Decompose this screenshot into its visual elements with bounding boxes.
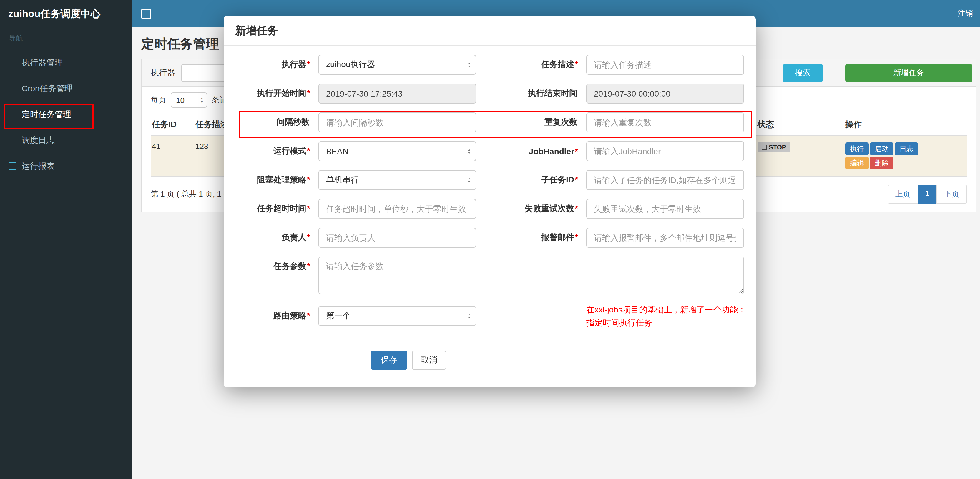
route-strategy-select-value: 第一个 bbox=[326, 311, 351, 321]
run-mode-select-value: BEAN bbox=[326, 146, 348, 156]
add-job-button[interactable]: 新增任务 bbox=[845, 64, 972, 81]
required-star: * bbox=[575, 232, 578, 242]
sidebar-item-label: Cron任务管理 bbox=[22, 83, 73, 94]
form-row-job-param: 任务参数* bbox=[235, 256, 744, 294]
start-button[interactable]: 启动 bbox=[870, 142, 894, 155]
form-row-interval-repeat: 间隔秒数 重复次数 bbox=[235, 112, 744, 132]
label-text: 任务参数 bbox=[274, 261, 306, 271]
edit-button[interactable]: 编辑 bbox=[845, 156, 869, 169]
label-text: JobHandler bbox=[529, 146, 574, 156]
child-jobid-input[interactable] bbox=[586, 170, 744, 190]
header-job-id: 任务ID bbox=[151, 115, 194, 135]
job-desc-label: 任务描述* bbox=[480, 59, 583, 70]
repeat-count-input[interactable] bbox=[586, 112, 744, 132]
required-star: * bbox=[307, 232, 310, 242]
per-page-prefix: 每页 bbox=[151, 95, 166, 105]
search-button[interactable]: 搜索 bbox=[783, 64, 823, 81]
square-icon bbox=[9, 84, 16, 92]
per-page-select[interactable]: 10 ▲▼ bbox=[171, 92, 207, 108]
required-star: * bbox=[307, 88, 310, 98]
required-star: * bbox=[307, 146, 310, 155]
run-mode-label: 运行模式* bbox=[235, 146, 315, 156]
label-text: 间隔秒数 bbox=[277, 117, 310, 127]
prev-page-button[interactable]: 上页 bbox=[888, 185, 918, 204]
sidebar-item-executor-manage[interactable]: 执行器管理 bbox=[0, 49, 132, 75]
form-row-block-childid: 阻塞处理策略* 单机串行 ▲▼ 子任务ID* bbox=[235, 170, 744, 190]
executor-select[interactable]: zuihou执行器 ▲▼ bbox=[318, 55, 476, 75]
square-icon bbox=[9, 59, 16, 66]
sidebar-item-cron-jobs[interactable]: Cron任务管理 bbox=[0, 75, 132, 101]
label-text: 任务超时时间 bbox=[257, 204, 306, 213]
run-mode-select[interactable]: BEAN ▲▼ bbox=[318, 141, 476, 161]
route-strategy-select[interactable]: 第一个 ▲▼ bbox=[318, 306, 476, 326]
block-strategy-label: 阻塞处理策略* bbox=[235, 175, 315, 185]
cancel-button[interactable]: 取消 bbox=[412, 351, 446, 369]
alarm-email-label: 报警邮件* bbox=[480, 232, 583, 243]
alarm-email-input[interactable] bbox=[586, 228, 744, 248]
label-text: 路由策略 bbox=[274, 311, 306, 320]
job-desc-input[interactable] bbox=[586, 55, 744, 75]
owner-label: 负责人* bbox=[235, 232, 315, 243]
timeout-input[interactable] bbox=[318, 199, 476, 219]
owner-input[interactable] bbox=[318, 228, 476, 248]
next-page-button[interactable]: 下页 bbox=[937, 185, 967, 204]
required-star: * bbox=[307, 204, 310, 213]
retry-count-input[interactable] bbox=[586, 199, 744, 219]
block-strategy-select-value: 单机串行 bbox=[326, 175, 359, 185]
required-star: * bbox=[575, 59, 578, 69]
sidebar-toggle-icon[interactable] bbox=[141, 8, 151, 19]
jobhandler-input[interactable] bbox=[586, 141, 744, 161]
required-star: * bbox=[307, 59, 310, 69]
timeout-label: 任务超时时间* bbox=[235, 204, 315, 214]
sidebar-item-run-report[interactable]: 运行报表 bbox=[0, 153, 132, 179]
select-caret-icon: ▲▼ bbox=[467, 61, 471, 68]
interval-seconds-input[interactable] bbox=[318, 112, 476, 132]
log-button[interactable]: 日志 bbox=[895, 142, 918, 155]
end-time-label: 执行结束时间 bbox=[480, 88, 583, 99]
label-text: 失败重试次数 bbox=[525, 204, 574, 213]
sidebar-item-label: 定时任务管理 bbox=[22, 109, 71, 119]
current-page-button[interactable]: 1 bbox=[918, 185, 937, 204]
delete-button[interactable]: 删除 bbox=[870, 156, 894, 169]
brand-title[interactable]: zuihou任务调度中心 bbox=[0, 0, 132, 27]
cell-job-id: 41 bbox=[151, 136, 194, 176]
logout-link[interactable]: 注销 bbox=[958, 8, 973, 19]
label-text: 阻塞处理策略 bbox=[257, 175, 306, 184]
sidebar-item-timed-jobs[interactable]: 定时任务管理 bbox=[0, 101, 132, 127]
run-button[interactable]: 执行 bbox=[845, 142, 869, 155]
form-row-owner-email: 负责人* 报警邮件* bbox=[235, 228, 744, 248]
label-text: 执行结束时间 bbox=[528, 88, 578, 98]
block-strategy-select[interactable]: 单机串行 ▲▼ bbox=[318, 170, 476, 190]
sidebar-item-label: 执行器管理 bbox=[22, 57, 63, 68]
job-param-textarea[interactable] bbox=[318, 256, 744, 294]
start-time-input[interactable] bbox=[318, 84, 476, 103]
sidebar-item-schedule-log[interactable]: 调度日志 bbox=[0, 127, 132, 153]
square-icon bbox=[9, 110, 16, 118]
form-row-timeout-retry: 任务超时时间* 失败重试次数* bbox=[235, 199, 744, 219]
required-star: * bbox=[575, 175, 578, 184]
label-text: 运行模式 bbox=[274, 146, 306, 155]
required-star: * bbox=[575, 146, 578, 156]
feature-note-line1: 在xxl-jobs项目的基础上，新增了一个功能： bbox=[586, 303, 744, 316]
app-root: zuihou任务调度中心 注销 导航 执行器管理 Cron任务管理 定时任务管理 bbox=[0, 0, 980, 479]
child-jobid-label: 子任务ID* bbox=[480, 175, 583, 185]
retry-count-label: 失败重试次数* bbox=[480, 204, 583, 214]
header-actions: 操作 bbox=[844, 115, 967, 135]
required-star: * bbox=[307, 261, 310, 271]
repeat-count-label: 重复次数 bbox=[480, 117, 583, 128]
label-text: 报警邮件 bbox=[541, 232, 574, 242]
jobhandler-label: JobHandler* bbox=[480, 146, 583, 156]
square-icon bbox=[9, 162, 16, 170]
square-icon bbox=[9, 136, 16, 144]
page-title: 定时任务管理 bbox=[141, 37, 219, 51]
executor-filter-label: 执行器 bbox=[151, 67, 175, 78]
action-buttons: 执行 启动 日志 编辑 删除 bbox=[845, 142, 939, 170]
job-param-label: 任务参数* bbox=[235, 256, 315, 272]
per-page-value: 10 bbox=[176, 95, 185, 105]
save-button[interactable]: 保存 bbox=[371, 351, 407, 369]
end-time-input[interactable] bbox=[586, 84, 744, 103]
modal-footer: 保存 取消 bbox=[224, 341, 756, 387]
label-text: 执行器 bbox=[282, 59, 306, 69]
status-badge: STOP bbox=[757, 142, 791, 153]
label-text: 执行开始时间 bbox=[257, 88, 306, 98]
